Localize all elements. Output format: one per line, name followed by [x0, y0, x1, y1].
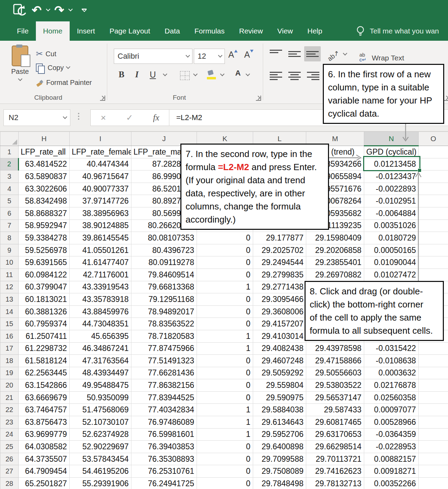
cell-L20[interactable]: 29.559804	[253, 379, 306, 392]
cell-I16[interactable]: 45.656395	[70, 330, 131, 342]
cell-N11[interactable]: 0.01027472	[364, 268, 419, 281]
cell-I26[interactable]: 53.57843454	[70, 453, 131, 465]
cell-J17[interactable]: 77.87475966	[131, 342, 197, 355]
cell-H3[interactable]: 63.5890837	[19, 170, 70, 183]
row-header-18[interactable]: 18	[0, 355, 19, 367]
tell-me-box[interactable]: Tell me what you wan	[356, 21, 439, 41]
cell-O8[interactable]	[419, 232, 448, 244]
formula-bar-grip[interactable]	[78, 113, 79, 120]
cell-N18[interactable]: -0.0108638	[364, 355, 419, 367]
cell-K28[interactable]: 0	[197, 478, 253, 489]
row-header-19[interactable]: 19	[0, 367, 19, 379]
cell-I17[interactable]: 46.34867241	[70, 342, 131, 355]
cell-O21[interactable]	[419, 391, 448, 404]
cell-O23[interactable]	[419, 416, 448, 429]
cell-M24[interactable]: 29.63170653	[306, 428, 364, 441]
cell-I21[interactable]: 50.9350099	[70, 391, 131, 404]
wrap-text-button[interactable]: Wrap Text	[372, 54, 404, 62]
cell-J22[interactable]: 77.40342834	[131, 404, 197, 416]
cell-N25[interactable]: -0.0228953	[364, 441, 419, 453]
tab-page-layout[interactable]: Page Layout	[102, 21, 157, 41]
cell-N6[interactable]: -0.0064884	[364, 207, 419, 219]
cell-O1[interactable]	[419, 146, 448, 158]
cell-I28[interactable]: 55.29391906	[70, 478, 131, 489]
cell-N3[interactable]: -0.0123437	[364, 170, 419, 183]
cell-I23[interactable]: 52.10730107	[70, 416, 131, 429]
redo-icon[interactable]: ↷	[54, 3, 64, 17]
tab-view[interactable]: View	[270, 21, 300, 41]
cell-I15[interactable]: 44.73048351	[70, 318, 131, 330]
cell-I12[interactable]: 43.33919543	[70, 281, 131, 293]
cell-L22[interactable]: 29.5884038	[253, 404, 306, 416]
cell-N4[interactable]: -0.0022893	[364, 183, 419, 195]
cell-K25[interactable]: 0	[197, 441, 253, 453]
fill-color-dropdown-icon[interactable]	[220, 72, 225, 76]
redo-dropdown-icon[interactable]	[68, 7, 73, 11]
cell-H23[interactable]: 63.8756473	[19, 416, 70, 429]
borders-dropdown-icon[interactable]	[193, 72, 198, 76]
cell-L25[interactable]: 29.6400898	[253, 441, 306, 453]
cell-M17[interactable]: 29.43978598	[306, 342, 364, 355]
cell-O11[interactable]	[419, 268, 448, 281]
cell-I1[interactable]: LFP_rate_female	[70, 146, 131, 158]
cell-M25[interactable]: 29.66298514	[306, 441, 364, 453]
cell-M26[interactable]: 29.70113721	[306, 453, 364, 465]
tab-help[interactable]: Help	[300, 21, 329, 41]
cell-N26[interactable]: 0.00882157	[364, 453, 419, 465]
cell-H18[interactable]: 61.5818124	[19, 355, 70, 367]
cell-L27[interactable]: 29.7508089	[253, 465, 306, 478]
cell-O17[interactable]	[419, 342, 448, 355]
undo-dropdown-icon[interactable]	[46, 7, 50, 11]
alignment-dialog-launcher-icon[interactable]	[444, 96, 448, 101]
tab-review[interactable]: Review	[232, 21, 270, 41]
cell-N10[interactable]: 0.01090044	[364, 256, 419, 269]
cell-H5[interactable]: 58.8342498	[19, 195, 70, 207]
cell-J21[interactable]: 77.83944525	[131, 391, 197, 404]
row-header-15[interactable]: 15	[0, 318, 19, 330]
cell-H1[interactable]: LFP_rate_all	[19, 146, 70, 158]
row-header-6[interactable]: 6	[0, 207, 19, 219]
cell-J14[interactable]: 78.94892017	[131, 305, 197, 318]
cell-O18[interactable]	[419, 355, 448, 367]
orientation-icon[interactable]: ab↗	[326, 49, 341, 63]
cell-M21[interactable]: 29.56537147	[306, 391, 364, 404]
cell-K19[interactable]: 0	[197, 367, 253, 379]
name-box-dropdown-icon[interactable]	[60, 117, 70, 118]
cell-O3[interactable]	[419, 170, 448, 183]
copy-dropdown-icon[interactable]	[66, 65, 70, 69]
row-header-9[interactable]: 9	[0, 244, 19, 256]
cell-J27[interactable]: 76.25310761	[131, 465, 197, 478]
cell-N7[interactable]: 0.00351026	[364, 219, 419, 232]
row-header-5[interactable]: 5	[0, 195, 19, 207]
font-color-icon[interactable]: A	[233, 70, 243, 77]
cell-H14[interactable]: 60.3881326	[19, 305, 70, 318]
cell-J24[interactable]: 76.59981601	[131, 428, 197, 441]
cell-I9[interactable]: 41.05501261	[70, 244, 131, 256]
column-header-n[interactable]: N	[364, 132, 419, 146]
cell-I27[interactable]: 54.46195206	[70, 465, 131, 478]
cell-I25[interactable]: 52.90229697	[70, 441, 131, 453]
row-header-7[interactable]: 7	[0, 219, 19, 232]
cell-J25[interactable]: 76.39403853	[131, 441, 197, 453]
tab-formulas[interactable]: Formulas	[187, 21, 232, 41]
cell-M27[interactable]: 29.74162623	[306, 465, 364, 478]
cell-O5[interactable]	[419, 195, 448, 207]
cell-K20[interactable]: 0	[197, 379, 253, 392]
cell-O25[interactable]	[419, 441, 448, 453]
column-header-o[interactable]: O	[419, 132, 448, 146]
cell-L14[interactable]: 29.3608006	[253, 305, 306, 318]
cell-I8[interactable]: 39.86145545	[70, 232, 131, 244]
cell-L24[interactable]: 29.5952706	[253, 428, 306, 441]
cell-K24[interactable]: 1	[197, 428, 253, 441]
cell-H16[interactable]: 61.2507411	[19, 330, 70, 342]
cell-L21[interactable]: 29.590975	[253, 391, 306, 404]
cell-O6[interactable]	[419, 207, 448, 219]
cell-M20[interactable]: 29.53803522	[306, 379, 364, 392]
cell-K13[interactable]: 0	[197, 293, 253, 306]
insert-function-icon[interactable]: fx	[153, 113, 159, 123]
cell-L13[interactable]: 29.3095466	[253, 293, 306, 306]
cell-I20[interactable]: 49.95488475	[70, 379, 131, 392]
borders-icon[interactable]	[180, 71, 190, 80]
cell-J18[interactable]: 77.51491323	[131, 355, 197, 367]
cell-L18[interactable]: 29.4607248	[253, 355, 306, 367]
